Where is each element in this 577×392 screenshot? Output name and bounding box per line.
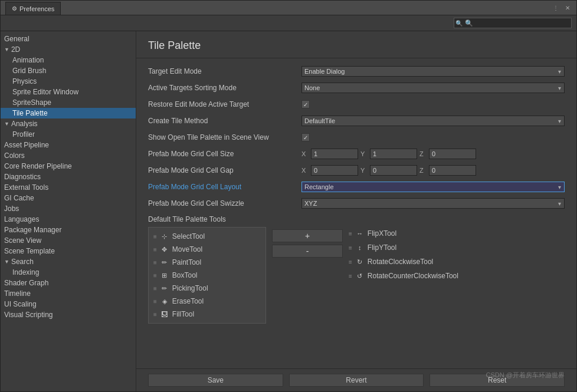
active-targets-sorting-dropdown-wrapper: None Name Type bbox=[301, 83, 565, 93]
preferences-tab[interactable]: ⚙ Preferences bbox=[5, 2, 61, 15]
sidebar-item-package-manager[interactable]: Package Manager bbox=[1, 225, 136, 235]
more-options-btn[interactable]: ⋮ bbox=[552, 4, 560, 12]
sidebar-item-label: Visual Scripting bbox=[4, 311, 53, 319]
active-targets-sorting-dropdown[interactable]: None Name Type bbox=[301, 83, 565, 93]
grid-cell-gap-z[interactable] bbox=[429, 165, 476, 176]
sidebar-item-label: Core Render Pipeline bbox=[4, 162, 72, 170]
sidebar: General ▼ 2D Animation Grid Brush Physic… bbox=[1, 31, 136, 391]
create-tile-method-label: Create Tile Method bbox=[148, 117, 301, 125]
grid-cell-swizzle-label: Prefab Mode Grid Cell Swizzle bbox=[148, 199, 301, 207]
tool-item-move[interactable]: ≡ ✥ MoveTool bbox=[151, 243, 263, 256]
sidebar-item-physics[interactable]: Physics bbox=[1, 76, 136, 87]
close-btn[interactable]: ✕ bbox=[563, 4, 572, 12]
tool-item-box[interactable]: ≡ ⊞ BoxTool bbox=[151, 269, 263, 282]
remove-tool-button[interactable]: - bbox=[272, 245, 343, 258]
sidebar-item-label: Scene View bbox=[4, 236, 41, 245]
sidebar-item-scene-view[interactable]: Scene View bbox=[1, 235, 136, 246]
grid-cell-layout-label[interactable]: Prefab Mode Grid Cell Layout bbox=[148, 183, 301, 191]
restore-edit-mode-row: Restore Edit Mode Active Target ✓ bbox=[148, 98, 565, 110]
expand-arrow-2d: ▼ bbox=[4, 47, 9, 52]
sidebar-item-timeline[interactable]: Timeline bbox=[1, 288, 136, 299]
sidebar-item-jobs[interactable]: Jobs bbox=[1, 203, 136, 214]
sidebar-item-colors[interactable]: Colors bbox=[1, 150, 136, 161]
tool-item-rotate-cw[interactable]: ≡ ↻ RotateClockwiseTool bbox=[349, 255, 565, 268]
tool-item-erase[interactable]: ≡ ◈ EraseTool bbox=[151, 295, 263, 308]
sidebar-item-profiler[interactable]: Profiler bbox=[1, 129, 136, 140]
sidebar-item-search[interactable]: ▼ Search bbox=[1, 256, 136, 267]
create-tile-method-dropdown[interactable]: DefaultTile Custom bbox=[301, 116, 565, 126]
grid-cell-swizzle-dropdown[interactable]: XYZ XZY YXZ bbox=[301, 198, 565, 209]
grid-cell-size-z[interactable] bbox=[429, 149, 476, 159]
grid-cell-gap-x[interactable] bbox=[311, 165, 358, 176]
add-tool-button[interactable]: + bbox=[272, 229, 343, 242]
grid-cell-swizzle-value: XYZ XZY YXZ bbox=[301, 198, 565, 209]
tool-item-flip-x[interactable]: ≡ ↔ FlipXTool bbox=[349, 227, 565, 240]
tool-item-rotate-ccw[interactable]: ≡ ↺ RotateCounterClockwiseTool bbox=[349, 269, 565, 282]
show-tile-palette-row: Show Open Tile Palette in Scene View ✓ bbox=[148, 131, 565, 143]
sidebar-item-spriteshape[interactable]: SpriteShape bbox=[1, 97, 136, 108]
grid-cell-layout-dropdown[interactable]: Rectangle Hexagonal Isometric bbox=[301, 182, 565, 192]
save-button[interactable]: Save bbox=[148, 374, 283, 387]
tool-item-select[interactable]: ≡ ⊹ SelectTool bbox=[151, 230, 263, 243]
expand-arrow-search: ▼ bbox=[4, 259, 9, 265]
select-tool-icon: ⊹ bbox=[160, 232, 169, 241]
sidebar-item-languages[interactable]: Languages bbox=[1, 214, 136, 225]
sidebar-item-visual-scripting[interactable]: Visual Scripting bbox=[1, 309, 136, 320]
show-tile-palette-checkbox[interactable]: ✓ bbox=[301, 133, 310, 141]
show-tile-palette-label: Show Open Tile Palette in Scene View bbox=[148, 133, 301, 141]
target-edit-mode-value: Enable Dialog Edit In Place Edit In Pref… bbox=[301, 66, 565, 77]
sidebar-item-label: Tile Palette bbox=[12, 109, 48, 117]
grid-cell-gap-y[interactable] bbox=[370, 165, 417, 176]
box-tool-icon: ⊞ bbox=[160, 271, 169, 279]
move-tool-icon: ✥ bbox=[160, 245, 169, 253]
sidebar-item-asset-pipeline[interactable]: Asset Pipeline bbox=[1, 140, 136, 150]
content-header: Tile Palette bbox=[136, 31, 576, 58]
sidebar-item-external-tools[interactable]: External Tools bbox=[1, 182, 136, 193]
drag-handle: ≡ bbox=[153, 298, 157, 305]
restore-edit-mode-checkbox[interactable]: ✓ bbox=[301, 100, 310, 108]
drag-handle: ≡ bbox=[153, 311, 157, 318]
drag-handle: ≡ bbox=[349, 259, 352, 265]
sidebar-item-shader-graph[interactable]: Shader Graph bbox=[1, 278, 136, 288]
drag-handle: ≡ bbox=[153, 246, 157, 253]
grid-cell-size-x[interactable] bbox=[311, 149, 358, 159]
sidebar-item-core-render-pipeline[interactable]: Core Render Pipeline bbox=[1, 161, 136, 172]
sidebar-item-tile-palette[interactable]: Tile Palette bbox=[1, 108, 136, 118]
active-targets-sorting-label: Active Targets Sorting Mode bbox=[148, 84, 301, 92]
target-edit-mode-label: Target Edit Mode bbox=[148, 67, 301, 75]
main-content: General ▼ 2D Animation Grid Brush Physic… bbox=[1, 31, 576, 391]
grid-cell-layout-row: Prefab Mode Grid Cell Layout Rectangle H… bbox=[148, 181, 565, 193]
sidebar-item-gi-cache[interactable]: GI Cache bbox=[1, 193, 136, 203]
tool-item-flip-y[interactable]: ≡ ↕ FlipYTool bbox=[349, 241, 565, 254]
grid-cell-size-y[interactable] bbox=[370, 149, 417, 159]
sidebar-item-label: Indexing bbox=[12, 268, 39, 276]
sidebar-item-label: External Tools bbox=[4, 183, 48, 192]
grid-cell-size-xyz: X Y Z bbox=[301, 149, 565, 159]
target-edit-mode-dropdown[interactable]: Enable Dialog Edit In Place Edit In Pref… bbox=[301, 66, 565, 77]
sidebar-item-scene-template[interactable]: Scene Template bbox=[1, 246, 136, 256]
tool-label: FlipXTool bbox=[368, 229, 396, 238]
sidebar-item-general[interactable]: General bbox=[1, 34, 136, 44]
sidebar-item-label: 2D bbox=[11, 45, 20, 54]
revert-button[interactable]: Revert bbox=[289, 374, 424, 387]
sidebar-item-label: Asset Pipeline bbox=[4, 141, 49, 149]
sidebar-item-ui-scaling[interactable]: UI Scaling bbox=[1, 299, 136, 309]
sidebar-item-diagnostics[interactable]: Diagnostics bbox=[1, 172, 136, 182]
tool-item-picking[interactable]: ≡ ✏ PickingTool bbox=[151, 282, 263, 295]
search-input[interactable] bbox=[454, 18, 572, 28]
tool-label: BoxTool bbox=[172, 271, 198, 279]
tool-label: PaintTool bbox=[172, 258, 201, 266]
sidebar-item-sprite-editor-window[interactable]: Sprite Editor Window bbox=[1, 87, 136, 97]
z-label-gap: Z bbox=[419, 167, 427, 174]
sidebar-item-animation[interactable]: Animation bbox=[1, 55, 136, 65]
tool-item-paint[interactable]: ≡ ✏ PaintTool bbox=[151, 256, 263, 269]
tool-label: MoveTool bbox=[172, 245, 202, 253]
sidebar-item-label: Shader Graph bbox=[4, 279, 48, 287]
sidebar-item-analysis[interactable]: ▼ Analysis bbox=[1, 118, 136, 129]
sidebar-item-2d[interactable]: ▼ 2D bbox=[1, 44, 136, 55]
sidebar-item-grid-brush[interactable]: Grid Brush bbox=[1, 65, 136, 76]
titlebar: ⚙ Preferences ⋮ ✕ bbox=[1, 1, 576, 15]
grid-cell-size-row: Prefab Mode Grid Cell Size X Y Z bbox=[148, 148, 565, 160]
sidebar-item-indexing[interactable]: Indexing bbox=[1, 267, 136, 278]
tool-item-fill[interactable]: ≡ ⛾ FillTool bbox=[151, 308, 263, 321]
